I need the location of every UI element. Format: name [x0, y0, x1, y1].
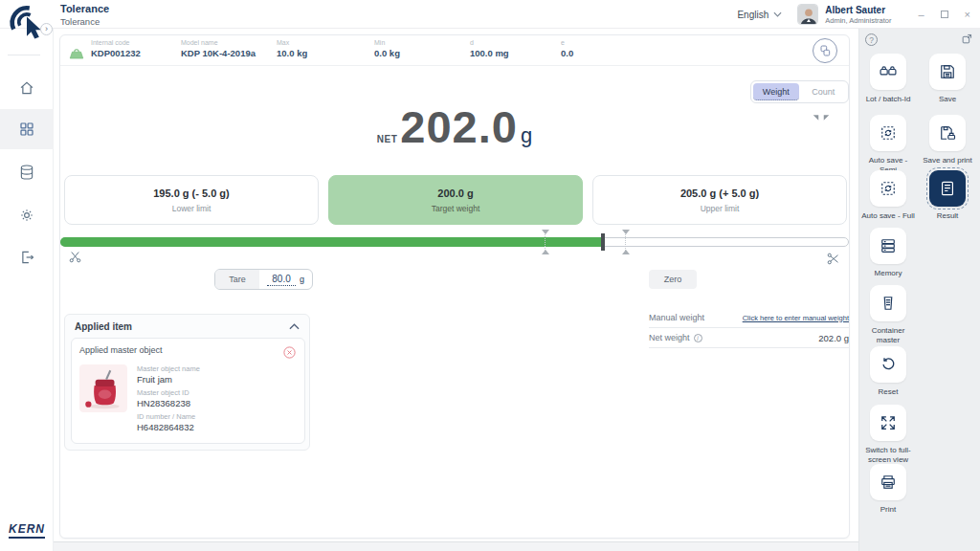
home-icon — [18, 79, 35, 97]
user-name: Albert Sauter — [825, 5, 891, 15]
tare-input[interactable]: 80.0 — [267, 274, 296, 286]
tolerance-bar — [60, 237, 849, 247]
save-button[interactable] — [929, 54, 966, 90]
field-value: 0.0 kg — [374, 48, 400, 58]
sidebar-item-home[interactable] — [0, 68, 54, 108]
auto-save-semi-button[interactable] — [870, 115, 906, 151]
master-field-value: HN28368238 — [137, 398, 200, 408]
print-button[interactable] — [870, 464, 906, 500]
product-image — [79, 364, 127, 412]
tare-control: Tare 80.0 g — [214, 269, 313, 290]
avatar-photo-icon — [798, 5, 818, 25]
master-field-label: Master object name — [137, 364, 200, 373]
field-value: KDP 10K-4-2019a — [181, 48, 256, 58]
manual-weight-link[interactable]: Click here to enter manual weight — [743, 314, 849, 322]
sidebar-item-logout[interactable] — [0, 237, 54, 277]
collapse-display-icon[interactable] — [811, 112, 832, 123]
auto-save-full-button[interactable] — [870, 170, 906, 207]
field-value: KDP001232 — [91, 48, 141, 58]
lower-limit-marker — [545, 230, 546, 254]
upper-limit-value: 205.0 g (+ 5.0 g) — [680, 187, 759, 199]
sidebar-item-settings[interactable] — [0, 195, 54, 235]
close-button[interactable]: × — [965, 10, 970, 20]
scale-icon — [68, 48, 85, 60]
upper-limit-marker — [625, 230, 626, 254]
field-label: e — [561, 39, 573, 46]
device-field: Internal code KDP001232 — [91, 39, 141, 58]
lot-batch-button[interactable] — [870, 54, 906, 90]
device-field: Max 10.0 kg — [277, 39, 307, 58]
applied-master-card: Applied master object Master object — [71, 338, 305, 444]
container-master-button[interactable] — [870, 285, 906, 321]
touch-logo-icon — [6, 1, 48, 45]
fullscreen-button[interactable] — [870, 405, 906, 441]
sidebar-divider — [8, 55, 40, 55]
applied-item-title: Applied item — [75, 321, 132, 332]
action-container-master: Container master — [860, 285, 916, 344]
action-label: Lot / batch-Id — [866, 95, 911, 104]
header: Tolerance Tolerance English Albert Saute… — [0, 0, 980, 29]
page-title: Tolerance — [60, 3, 109, 14]
action-save-and-print: Save and print — [917, 115, 978, 165]
net-weight-display: NET 202.0 g — [60, 104, 849, 149]
action-label: Save — [939, 95, 956, 104]
limits-row: 195.0 g (- 5.0 g) Lower limit 200.0 g Ta… — [64, 175, 847, 225]
device-field: Model name KDP 10K-4-2019a — [181, 39, 256, 58]
action-result: Result — [917, 170, 978, 221]
tare-scissors-icon[interactable] — [68, 250, 82, 264]
save-and-print-button[interactable] — [929, 115, 966, 151]
action-memory: Memory — [860, 228, 916, 278]
action-print: Print — [860, 464, 916, 515]
panel-expand-icon[interactable] — [961, 33, 973, 45]
sidebar-item-database[interactable] — [0, 152, 54, 192]
action-label: Print — [880, 505, 896, 515]
user-info[interactable]: Albert Sauter Admin, Administrator — [825, 5, 891, 25]
clear-tare-scissors-icon[interactable] — [826, 252, 840, 266]
result-icon — [938, 179, 957, 198]
manual-weight-section: Manual weight Click here to enter manual… — [649, 308, 849, 348]
upper-limit-box[interactable]: 205.0 g (+ 5.0 g) Upper limit — [592, 175, 847, 225]
remove-item-icon[interactable] — [282, 345, 297, 360]
device-switch-icon — [817, 43, 833, 58]
chevron-up-icon[interactable] — [289, 323, 300, 330]
sidebar-item-modules[interactable] — [0, 109, 54, 149]
save-icon — [938, 62, 957, 81]
action-panel: ? Lot / batch-Id Save Auto save - Semi S… — [858, 29, 980, 551]
memory-button[interactable] — [870, 228, 906, 264]
action-auto-save-full: Auto save - Full — [860, 170, 916, 221]
target-weight-box[interactable]: 200.0 g Target weight — [328, 175, 583, 225]
language-selector[interactable]: English — [737, 10, 782, 20]
action-label: Switch to full-screen view — [860, 446, 916, 464]
manual-weight-label: Manual weight — [649, 313, 704, 322]
print-icon — [879, 473, 898, 492]
toggle-weight[interactable]: Weight — [753, 83, 799, 100]
sidebar-collapse-button[interactable]: › — [40, 23, 53, 35]
net-weight-value: 202.0 g — [818, 333, 849, 343]
reset-button[interactable] — [870, 346, 906, 383]
target-weight-value: 200.0 g — [437, 187, 473, 199]
help-button[interactable]: ? — [865, 33, 878, 46]
zero-button[interactable]: Zero — [649, 270, 697, 289]
maximize-icon — [941, 11, 948, 18]
memory-icon — [879, 236, 898, 255]
field-label: d — [470, 39, 509, 46]
result-button[interactable] — [929, 170, 966, 207]
device-info-bar: Internal code KDP001232 Model name KDP 1… — [60, 35, 849, 66]
net-value: 202.0 — [400, 104, 518, 149]
lower-limit-box[interactable]: 195.0 g (- 5.0 g) Lower limit — [64, 175, 319, 225]
maximize-button[interactable] — [941, 10, 948, 20]
net-unit: g — [521, 123, 532, 148]
applied-item-panel: Applied item Applied master object — [64, 314, 310, 451]
action-label: Auto save - Full — [861, 211, 915, 221]
action-reset: Reset — [860, 346, 916, 397]
bar-fill — [60, 237, 601, 247]
auto-save-icon — [879, 179, 898, 198]
avatar[interactable] — [797, 4, 818, 25]
toggle-count[interactable]: Count — [801, 83, 847, 100]
master-field-label: ID number / Name — [137, 412, 200, 421]
tare-button[interactable]: Tare — [215, 270, 259, 289]
info-icon: i — [694, 334, 702, 342]
left-sidebar: KERN — [0, 29, 54, 551]
minimize-button[interactable]: – — [918, 10, 924, 20]
device-switch-button[interactable] — [813, 38, 837, 63]
